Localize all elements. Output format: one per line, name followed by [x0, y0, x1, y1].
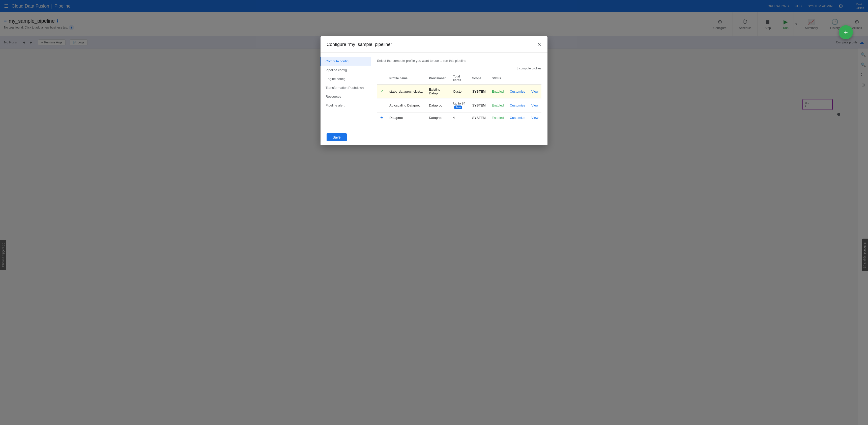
row-total-cores: Custom: [450, 85, 469, 98]
col-view: [528, 72, 541, 85]
col-profile-name: Profile name: [386, 72, 426, 85]
modal: Configure "my_sample_pipeline" ✕ Compute…: [320, 36, 548, 145]
row-indicator-2: [377, 98, 386, 113]
nav-engine-config[interactable]: Engine config: [320, 75, 371, 83]
row-provisioner-2: Dataproc: [426, 98, 450, 113]
view-link-1[interactable]: View: [531, 90, 538, 93]
row-customize[interactable]: Customize: [507, 85, 528, 98]
row-view-3[interactable]: View: [528, 113, 541, 123]
modal-header: Configure "my_sample_pipeline" ✕: [320, 36, 548, 53]
row-view-2[interactable]: View: [528, 98, 541, 113]
table-row[interactable]: Autoscaling Dataproc Dataproc Up to 84 A…: [377, 98, 541, 113]
row-status-3: Enabled: [489, 113, 507, 123]
row-profile-name: static_dataproc_clust...: [386, 85, 426, 98]
table-row[interactable]: ★ Dataproc Dataproc 4 SYSTEM Enabled Cus…: [377, 113, 541, 123]
nav-resources[interactable]: Resources: [320, 92, 371, 101]
table-header: Profile name Provisioner Total cores Sco…: [377, 72, 541, 85]
row-indicator: ✓: [377, 85, 386, 98]
row-view[interactable]: View: [528, 85, 541, 98]
modal-content-area: Select the compute profile you want to u…: [371, 53, 548, 129]
profiles-count: 3 compute profiles: [377, 67, 541, 70]
row-indicator-3: ★: [377, 113, 386, 123]
nav-transformation-pushdown[interactable]: Transformation Pushdown: [320, 83, 371, 92]
row-profile-name-3: Dataproc: [386, 113, 426, 123]
auto-badge: Auto: [454, 106, 462, 109]
content-description: Select the compute profile you want to u…: [377, 59, 541, 63]
row-status-2: Enabled: [489, 98, 507, 113]
col-status: Status: [489, 72, 507, 85]
nav-compute-config[interactable]: Compute config: [320, 57, 371, 66]
row-provisioner: Existing Datapr...: [426, 85, 450, 98]
add-fab-button[interactable]: +: [839, 25, 853, 39]
col-indicator: [377, 72, 386, 85]
customize-link-1[interactable]: Customize: [510, 90, 525, 93]
view-link-3[interactable]: View: [531, 116, 538, 120]
row-status: Enabled: [489, 85, 507, 98]
status-enabled: Enabled: [492, 90, 504, 93]
status-enabled-2: Enabled: [492, 104, 504, 107]
row-customize-3[interactable]: Customize: [507, 113, 528, 123]
nav-pipeline-config[interactable]: Pipeline config: [320, 66, 371, 75]
check-icon: ✓: [380, 89, 383, 94]
view-link-2[interactable]: View: [531, 104, 538, 107]
row-customize-2[interactable]: Customize: [507, 98, 528, 113]
nav-pipeline-alert[interactable]: Pipeline alert: [320, 101, 371, 110]
star-icon: ★: [380, 116, 383, 120]
col-customize: [507, 72, 528, 85]
row-profile-name-2: Autoscaling Dataproc: [386, 98, 426, 113]
table-row[interactable]: ✓ static_dataproc_clust... Existing Data…: [377, 85, 541, 98]
modal-overlay[interactable]: Configure "my_sample_pipeline" ✕ Compute…: [0, 0, 868, 425]
customize-link-3[interactable]: Customize: [510, 116, 525, 120]
row-scope-3: SYSTEM: [469, 113, 489, 123]
profiles-table: Profile name Provisioner Total cores Sco…: [377, 72, 541, 123]
modal-close-button[interactable]: ✕: [537, 41, 541, 48]
modal-title: Configure "my_sample_pipeline": [327, 42, 392, 47]
save-button[interactable]: Save: [327, 133, 347, 141]
modal-body: Compute config Pipeline config Engine co…: [320, 53, 548, 129]
modal-sidebar: Compute config Pipeline config Engine co…: [320, 53, 371, 129]
modal-footer: Save: [320, 129, 548, 145]
row-scope: SYSTEM: [469, 85, 489, 98]
row-provisioner-3: Dataproc: [426, 113, 450, 123]
status-enabled-3: Enabled: [492, 116, 504, 120]
col-provisioner: Provisioner: [426, 72, 450, 85]
col-total-cores: Total cores: [450, 72, 469, 85]
row-scope-2: SYSTEM: [469, 98, 489, 113]
customize-link-2[interactable]: Customize: [510, 104, 525, 107]
col-scope: Scope: [469, 72, 489, 85]
table-body: ✓ static_dataproc_clust... Existing Data…: [377, 85, 541, 123]
row-total-cores-3: 4: [450, 113, 469, 123]
row-total-cores-2: Up to 84 Auto: [450, 98, 469, 113]
